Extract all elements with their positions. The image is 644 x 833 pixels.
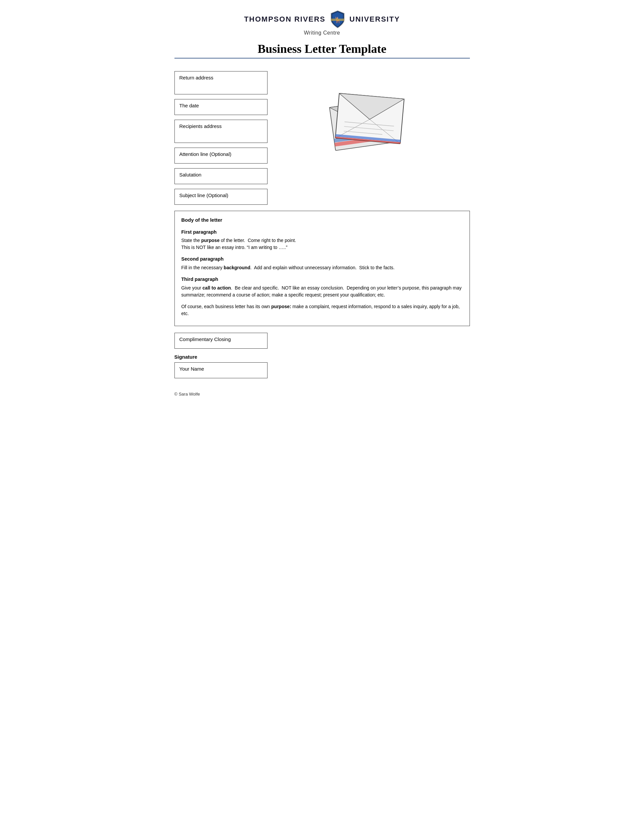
university-shield-icon: 🦌	[330, 10, 345, 29]
your-name-label: Your Name	[180, 366, 204, 371]
recipients-address-label: Recipients address	[180, 123, 222, 129]
page-header: Thompson Rivers 🦌 University Writing Cen…	[175, 10, 470, 64]
return-address-box: Return address	[175, 71, 268, 95]
subject-line-label: Subject line (Optional)	[180, 193, 229, 198]
subject-line-box: Subject line (Optional)	[175, 189, 268, 205]
page-title: Business Letter Template	[257, 42, 386, 56]
svg-rect-1	[331, 19, 344, 21]
the-date-box: The date	[175, 99, 268, 115]
main-layout: Return address The date Recipients addre…	[175, 71, 470, 209]
the-date-label: The date	[180, 103, 199, 108]
title-divider	[175, 58, 470, 58]
salutation-box: Salutation	[175, 168, 268, 184]
left-column: Return address The date Recipients addre…	[175, 71, 268, 209]
complimentary-closing-box: Complimentary Closing	[175, 333, 268, 349]
recipients-address-box: Recipients address	[175, 120, 268, 143]
extra-paragraph-text: Of course, each business letter has its …	[181, 303, 463, 317]
third-paragraph-text: Give your call to action. Be clear and s…	[181, 285, 463, 299]
third-paragraph-title: Third paragraph	[181, 276, 463, 283]
writing-centre-label: Writing Centre	[304, 30, 340, 36]
return-address-label: Return address	[180, 75, 214, 80]
attention-line-box: Attention line (Optional)	[175, 148, 268, 164]
salutation-label: Salutation	[180, 172, 202, 177]
your-name-box: Your Name	[175, 362, 268, 378]
envelope-illustration	[322, 81, 415, 154]
body-section-title: Body of the letter	[181, 216, 463, 224]
first-paragraph-title: First paragraph	[181, 229, 463, 236]
body-section-wrapper: Body of the letter First paragraph State…	[175, 211, 470, 326]
copyright-text: © Sara Wolfe	[175, 392, 200, 397]
envelope-svg	[322, 81, 415, 154]
body-section: Body of the letter First paragraph State…	[175, 211, 470, 326]
university-name-left: Thompson Rivers	[244, 15, 325, 24]
closing-section: Complimentary Closing Signature Your Nam…	[175, 333, 470, 378]
signature-label: Signature	[175, 354, 470, 360]
attention-line-label: Attention line (Optional)	[180, 151, 231, 157]
first-paragraph-text: State the purpose of the letter. Come ri…	[181, 237, 463, 251]
second-paragraph-text: Fill in the necessary background. Add an…	[181, 264, 463, 271]
university-logo-row: Thompson Rivers 🦌 University	[244, 10, 400, 29]
footer: © Sara Wolfe	[175, 392, 470, 397]
university-name-right: University	[350, 15, 400, 24]
complimentary-closing-label: Complimentary Closing	[180, 336, 231, 342]
right-column	[268, 71, 470, 209]
second-paragraph-title: Second paragraph	[181, 256, 463, 263]
